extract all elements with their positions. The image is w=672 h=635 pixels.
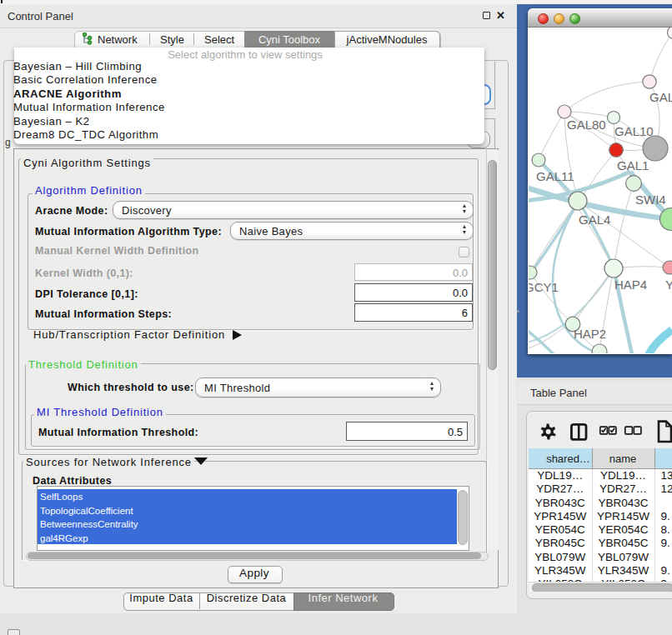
svg-text:GAL4: GAL4 — [579, 212, 610, 227]
svg-text:SWI4: SWI4 — [635, 192, 666, 207]
svg-text:HAP4: HAP4 — [614, 278, 647, 292]
svg-text:GAL: GAL — [649, 90, 672, 104]
svg-text:GAL10: GAL10 — [614, 124, 654, 138]
svg-text:GAL1: GAL1 — [617, 158, 649, 172]
svg-text:HAP2: HAP2 — [574, 327, 606, 341]
svg-text:GAL80: GAL80 — [567, 118, 606, 132]
svg-text:GAL11: GAL11 — [536, 169, 574, 183]
svg-text:GCY1: GCY1 — [529, 280, 559, 294]
svg-text:Y: Y — [665, 278, 672, 292]
